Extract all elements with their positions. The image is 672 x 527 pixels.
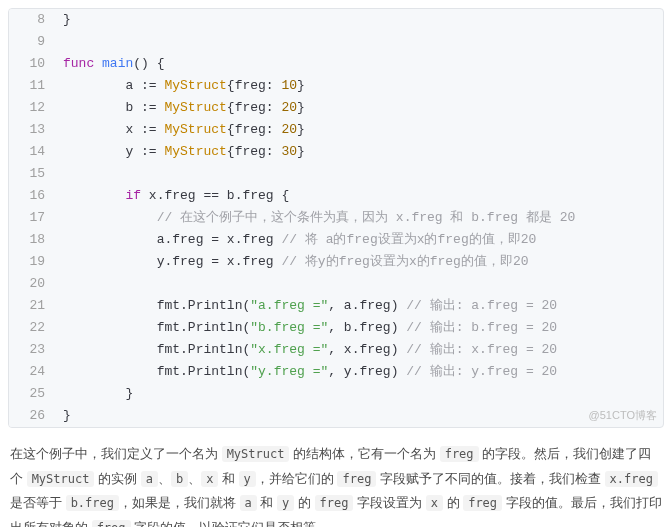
- line-content: x := MyStruct{freg: 20}: [55, 119, 305, 141]
- line-content: }: [55, 405, 71, 427]
- line-number: 24: [9, 361, 55, 383]
- code-line: 9: [9, 31, 663, 53]
- code-line: 16 if x.freg == b.freg {: [9, 185, 663, 207]
- code-line: 21 fmt.Println("a.freg =", a.freg) // 输出…: [9, 295, 663, 317]
- inline-code: x: [201, 471, 218, 487]
- inline-code: y: [277, 495, 294, 511]
- code-line: 13 x := MyStruct{freg: 20}: [9, 119, 663, 141]
- code-line: 23 fmt.Println("x.freg =", x.freg) // 输出…: [9, 339, 663, 361]
- code-line: 17 // 在这个例子中，这个条件为真，因为 x.freg 和 b.freg 都…: [9, 207, 663, 229]
- line-content: func main() {: [55, 53, 164, 75]
- code-line: 24 fmt.Println("y.freg =", y.freg) // 输出…: [9, 361, 663, 383]
- code-line: 12 b := MyStruct{freg: 20}: [9, 97, 663, 119]
- line-number: 10: [9, 53, 55, 75]
- line-content: [55, 163, 63, 185]
- inline-code: x: [426, 495, 443, 511]
- line-content: [55, 31, 63, 53]
- line-number: 22: [9, 317, 55, 339]
- line-number: 12: [9, 97, 55, 119]
- code-line: 10func main() {: [9, 53, 663, 75]
- explanation-paragraph: 在这个例子中，我们定义了一个名为 MyStruct 的结构体，它有一个名为 fr…: [10, 442, 662, 527]
- inline-code: freg: [315, 495, 354, 511]
- code-line: 18 a.freg = x.freg // 将 a的freg设置为x的freg的…: [9, 229, 663, 251]
- line-content: }: [55, 9, 71, 31]
- code-line: 8}: [9, 9, 663, 31]
- line-number: 15: [9, 163, 55, 185]
- code-block: 8}910func main() {11 a := MyStruct{freg:…: [8, 8, 664, 428]
- code-line: 19 y.freg = x.freg // 将y的freg设置为x的freg的值…: [9, 251, 663, 273]
- line-content: fmt.Println("a.freg =", a.freg) // 输出: a…: [55, 295, 557, 317]
- inline-code: freg: [337, 471, 376, 487]
- line-number: 8: [9, 9, 55, 31]
- inline-code: b.freg: [66, 495, 119, 511]
- line-content: fmt.Println("x.freg =", x.freg) // 输出: x…: [55, 339, 557, 361]
- line-number: 19: [9, 251, 55, 273]
- inline-code: freg: [463, 495, 502, 511]
- line-content: y := MyStruct{freg: 30}: [55, 141, 305, 163]
- code-line: 20: [9, 273, 663, 295]
- inline-code: a: [141, 471, 158, 487]
- line-content: }: [55, 383, 133, 405]
- line-content: a := MyStruct{freg: 10}: [55, 75, 305, 97]
- line-content: b := MyStruct{freg: 20}: [55, 97, 305, 119]
- line-number: 21: [9, 295, 55, 317]
- inline-code: x.freg: [605, 471, 658, 487]
- line-number: 11: [9, 75, 55, 97]
- line-number: 13: [9, 119, 55, 141]
- watermark-label: @51CTO博客: [589, 408, 657, 423]
- line-number: 17: [9, 207, 55, 229]
- line-number: 25: [9, 383, 55, 405]
- inline-code: b: [171, 471, 188, 487]
- code-line: 22 fmt.Println("b.freg =", b.freg) // 输出…: [9, 317, 663, 339]
- line-number: 26: [9, 405, 55, 427]
- inline-code: MyStruct: [27, 471, 95, 487]
- inline-code: y: [239, 471, 256, 487]
- code-line: 25 }: [9, 383, 663, 405]
- inline-code: a: [240, 495, 257, 511]
- line-number: 18: [9, 229, 55, 251]
- line-number: 14: [9, 141, 55, 163]
- inline-code: MyStruct: [222, 446, 290, 462]
- inline-code: freg: [92, 520, 131, 527]
- code-line: 26}: [9, 405, 663, 427]
- line-content: // 在这个例子中，这个条件为真，因为 x.freg 和 b.freg 都是 2…: [55, 207, 575, 229]
- code-line: 15: [9, 163, 663, 185]
- line-number: 16: [9, 185, 55, 207]
- code-line: 14 y := MyStruct{freg: 30}: [9, 141, 663, 163]
- line-content: fmt.Println("b.freg =", b.freg) // 输出: b…: [55, 317, 557, 339]
- line-number: 23: [9, 339, 55, 361]
- code-line: 11 a := MyStruct{freg: 10}: [9, 75, 663, 97]
- line-content: a.freg = x.freg // 将 a的freg设置为x的freg的值，即…: [55, 229, 536, 251]
- line-content: y.freg = x.freg // 将y的freg设置为x的freg的值，即2…: [55, 251, 529, 273]
- line-content: if x.freg == b.freg {: [55, 185, 289, 207]
- line-content: [55, 273, 63, 295]
- line-number: 20: [9, 273, 55, 295]
- line-content: fmt.Println("y.freg =", y.freg) // 输出: y…: [55, 361, 557, 383]
- line-number: 9: [9, 31, 55, 53]
- inline-code: freg: [440, 446, 479, 462]
